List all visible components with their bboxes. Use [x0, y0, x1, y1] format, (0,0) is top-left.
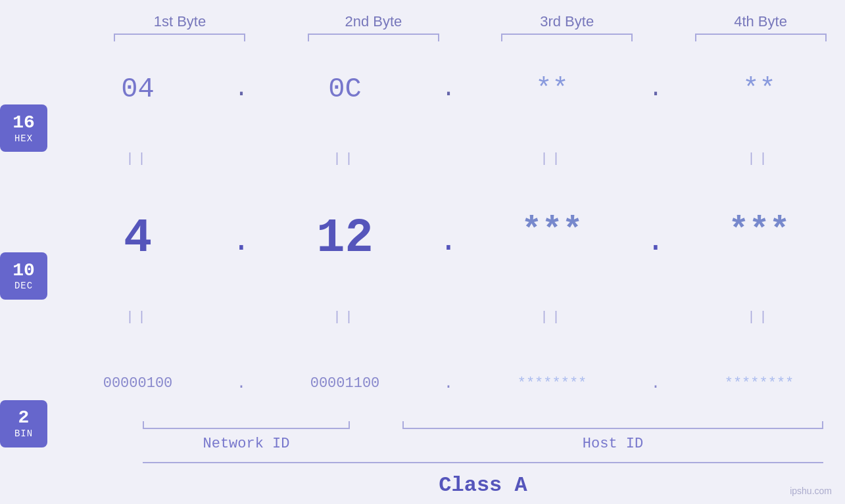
badge-bin: 2 BIN	[0, 400, 47, 447]
equals-1-1: ||	[47, 151, 228, 166]
equals-row-2: || || || ||	[47, 308, 845, 327]
byte-col-4: 4th Byte	[676, 13, 845, 41]
bracket-top-2	[308, 34, 439, 41]
bin-val-1: 00000100	[103, 375, 173, 392]
badge-hex-label: HEX	[14, 133, 33, 144]
main-content: 16 HEX 10 DEC 2 BIN 04 .	[0, 48, 845, 504]
bin-sep-2: .	[435, 375, 462, 392]
byte-label-2: 2nd Byte	[289, 13, 458, 30]
class-label: Class A	[439, 473, 527, 497]
hex-cell-1: 04	[47, 74, 228, 105]
bin-val-2: 00001100	[310, 375, 380, 392]
equals-1-2: ||	[254, 151, 435, 166]
dec-cell-4: ***	[669, 212, 845, 250]
dec-sep-2: .	[435, 223, 462, 259]
badge-dec-number: 10	[12, 261, 35, 281]
hex-val-1: 04	[121, 74, 154, 105]
equals-2-3: ||	[462, 309, 642, 325]
bin-val-4: ********	[725, 375, 794, 392]
equals-1-3: ||	[462, 151, 642, 166]
badge-bin-number: 2	[18, 408, 30, 428]
hex-val-4: **	[742, 74, 775, 105]
bracket-network-id	[143, 421, 350, 429]
page-container: 1st Byte 2nd Byte 3rd Byte 4th Byte 16 H…	[0, 0, 845, 504]
byte-label-3: 3rd Byte	[483, 13, 652, 30]
watermark: ipshu.com	[790, 486, 832, 496]
badge-bin-label: BIN	[14, 428, 33, 439]
badge-dec: 10 DEC	[0, 252, 47, 300]
dec-cell-3: ***	[462, 212, 642, 250]
bytes-area: 04 . 0C . ** . ** |	[47, 48, 845, 504]
bin-cell-2: 00001100	[254, 375, 435, 392]
byte-headers-row: 1st Byte 2nd Byte 3rd Byte 4th Byte	[95, 13, 845, 41]
dec-val-2: 12	[316, 212, 373, 265]
byte-col-1: 1st Byte	[95, 13, 264, 41]
hex-sep-2: .	[435, 76, 462, 103]
hex-val-2: 0C	[328, 74, 361, 105]
dec-val-4: ***	[729, 212, 790, 250]
bin-sep-1: .	[228, 375, 254, 392]
equals-2-1: ||	[47, 309, 228, 325]
dec-sep-1: .	[228, 223, 254, 259]
hex-cell-3: **	[462, 74, 642, 105]
bin-row: 00000100 . 00001100 . ******** . *******…	[47, 363, 845, 403]
host-id-label-cell: Host ID	[402, 436, 823, 452]
dec-cell-1: 4	[47, 212, 228, 265]
dec-row: 4 . 12 . *** . ***	[47, 205, 845, 271]
class-row: Class A	[143, 462, 823, 504]
network-id-label: Network ID	[203, 436, 289, 452]
bin-cell-4: ********	[669, 375, 845, 392]
byte-col-3: 3rd Byte	[483, 13, 652, 41]
network-id-label-cell: Network ID	[143, 436, 350, 452]
dec-cell-2: 12	[254, 212, 435, 265]
hex-cell-2: 0C	[254, 74, 435, 105]
data-rows: 04 . 0C . ** . ** |	[47, 48, 845, 421]
equals-1-4: ||	[669, 151, 845, 166]
host-id-label: Host ID	[583, 436, 643, 452]
bottom-brackets	[143, 421, 823, 429]
byte-label-4: 4th Byte	[676, 13, 845, 30]
bracket-host-id	[402, 421, 823, 429]
equals-2-2: ||	[254, 309, 435, 325]
dec-val-3: ***	[521, 212, 583, 250]
bin-cell-1: 00000100	[47, 375, 228, 392]
bottom-section: Network ID Host ID	[143, 421, 823, 462]
bin-cell-3: ********	[462, 375, 642, 392]
equals-2-4: ||	[669, 309, 845, 325]
dec-val-1: 4	[124, 212, 152, 265]
bin-sep-3: .	[642, 375, 669, 392]
byte-col-2: 2nd Byte	[289, 13, 458, 41]
dec-sep-3: .	[642, 223, 669, 259]
badges-column: 16 HEX 10 DEC 2 BIN	[0, 48, 47, 504]
hex-row: 04 . 0C . ** . **	[47, 66, 845, 112]
badge-hex-number: 16	[12, 113, 35, 133]
byte-label-1: 1st Byte	[95, 13, 264, 30]
equals-row-1: || || || ||	[47, 149, 845, 168]
hex-sep-1: .	[228, 76, 254, 103]
hex-cell-4: **	[669, 74, 845, 105]
hex-sep-3: .	[642, 76, 669, 103]
bin-val-3: ********	[518, 375, 587, 392]
bracket-top-4	[695, 34, 827, 41]
bracket-top-1	[114, 34, 245, 41]
bracket-top-3	[501, 34, 633, 41]
labels-row: Network ID Host ID	[143, 436, 823, 452]
badge-dec-label: DEC	[14, 281, 33, 291]
hex-val-3: **	[535, 74, 568, 105]
badge-hex: 16 HEX	[0, 104, 47, 152]
